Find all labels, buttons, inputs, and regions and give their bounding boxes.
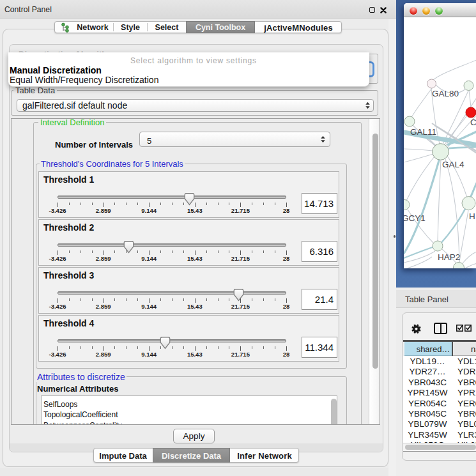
- svg-text:GCY1: GCY1: [404, 213, 426, 223]
- svg-text:H: H: [469, 211, 475, 221]
- svg-text:GAL11: GAL11: [410, 127, 436, 137]
- svg-text:HAP2: HAP2: [438, 252, 460, 262]
- svg-text:GAL4: GAL4: [442, 160, 464, 169]
- svg-text:C: C: [470, 118, 476, 127]
- svg-text:GAL80: GAL80: [432, 89, 459, 98]
